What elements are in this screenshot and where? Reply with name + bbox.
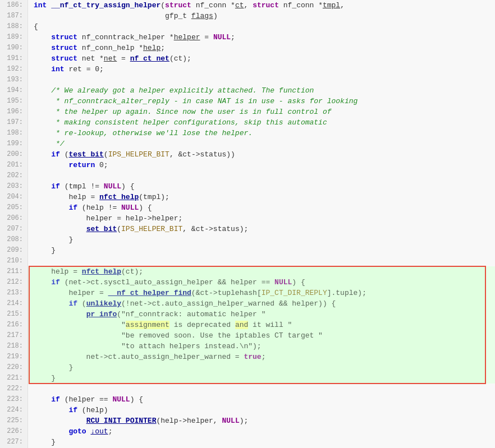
line-number: 226: xyxy=(0,426,28,437)
line-number: 219: xyxy=(0,352,28,362)
line-number: 210: xyxy=(0,256,28,266)
line-number: 218: xyxy=(0,341,28,352)
line-content: help = nfct_help(ct); xyxy=(28,266,495,277)
line-number: 220: xyxy=(0,362,28,373)
code-line: 196: * the helper up again. Since now th… xyxy=(0,107,495,117)
line-content: /* We already got a helper explicitly at… xyxy=(28,85,495,96)
line-number: 191: xyxy=(0,53,28,64)
line-number: 186: xyxy=(0,0,28,11)
code-line: 189: struct nf_conntrack_helper *helper … xyxy=(0,32,495,43)
line-content: help = nfct_help(tmpl); xyxy=(28,192,495,202)
line-content: if (net->ct.sysctl_auto_assign_helper &&… xyxy=(28,277,495,288)
line-content: { xyxy=(28,21,495,32)
line-content: */ xyxy=(28,138,495,149)
line-number: 222: xyxy=(0,384,28,394)
line-number: 207: xyxy=(0,224,28,234)
line-number: 192: xyxy=(0,64,28,75)
line-content: } xyxy=(28,362,495,373)
code-container: 186:int __nf_ct_try_assign_helper(struct… xyxy=(0,0,495,448)
line-content: "be removed soon. Use the iptables CT ta… xyxy=(28,330,495,341)
line-content: int __nf_ct_try_assign_helper(struct nf_… xyxy=(28,0,495,11)
line-number: 194: xyxy=(0,85,28,96)
code-line: 200: if (test_bit(IPS_HELPER_BIT, &ct->s… xyxy=(0,149,495,160)
line-content: struct net *net = nf_ct_net(ct); xyxy=(28,53,495,64)
code-line: 192: int ret = 0; xyxy=(0,64,495,75)
code-line: 210: xyxy=(0,256,495,266)
line-number: 203: xyxy=(0,181,28,192)
line-content: if (test_bit(IPS_HELPER_BIT, &ct->status… xyxy=(28,149,495,160)
line-number: 216: xyxy=(0,320,28,330)
line-number: 227: xyxy=(0,437,28,447)
code-line: 225: RCU_INIT_POINTER(help->helper, NULL… xyxy=(0,415,495,426)
line-content: int ret = 0; xyxy=(28,64,495,75)
line-number: 201: xyxy=(0,160,28,170)
code-line: 203: if (tmpl != NULL) { xyxy=(0,181,495,192)
line-number: 206: xyxy=(0,213,28,224)
line-content: if (help != NULL) { xyxy=(28,202,495,213)
line-content xyxy=(28,256,495,266)
code-line: 212: if (net->ct.sysctl_auto_assign_help… xyxy=(0,277,495,288)
line-number: 202: xyxy=(0,170,28,181)
line-content: pr_info("nf_conntrack: automatic helper … xyxy=(28,309,495,320)
line-number: 199: xyxy=(0,138,28,149)
line-number: 217: xyxy=(0,330,28,341)
line-content: * making consistent helper configuration… xyxy=(28,117,495,128)
code-line: 195: * nf_conntrack_alter_reply - in cas… xyxy=(0,96,495,107)
line-content: gfp_t flags) xyxy=(28,11,495,21)
line-number: 215: xyxy=(0,309,28,320)
line-number: 190: xyxy=(0,43,28,53)
line-content: struct nf_conn_help *help; xyxy=(28,43,495,53)
line-content: if (help) xyxy=(28,405,495,415)
line-content: if (unlikely(!net->ct.auto_assign_helper… xyxy=(28,298,495,309)
line-content: * re-lookup, otherwise we'll lose the he… xyxy=(28,128,495,138)
code-line: 186:int __nf_ct_try_assign_helper(struct… xyxy=(0,0,495,11)
line-content: helper = help->helper; xyxy=(28,213,495,224)
code-line: 222: xyxy=(0,384,495,394)
code-line: 198: * re-lookup, otherwise we'll lose t… xyxy=(0,128,495,138)
code-line: 193: xyxy=(0,75,495,85)
line-number: 193: xyxy=(0,75,28,85)
line-content: } xyxy=(28,437,495,447)
line-content: } xyxy=(28,234,495,245)
line-number: 188: xyxy=(0,21,28,32)
code-line: 199: */ xyxy=(0,138,495,149)
code-line: 187: gfp_t flags) xyxy=(0,11,495,21)
code-line: 220: } xyxy=(0,362,495,373)
line-content: } xyxy=(28,373,495,384)
code-line: 194: /* We already got a helper explicit… xyxy=(0,85,495,96)
line-number: 221: xyxy=(0,373,28,384)
line-content: RCU_INIT_POINTER(help->helper, NULL); xyxy=(28,415,495,426)
code-line: 206: helper = help->helper; xyxy=(0,213,495,224)
line-content: "assignment is deprecated and it will " xyxy=(28,320,495,330)
line-number: 224: xyxy=(0,405,28,415)
code-line: 218: "to attach helpers instead.\n"); xyxy=(0,341,495,352)
line-content: * nf_conntrack_alter_reply - in case NAT… xyxy=(28,96,495,107)
code-line: 202: xyxy=(0,170,495,181)
code-line: 209: } xyxy=(0,245,495,256)
code-line: 207: set_bit(IPS_HELPER_BIT, &ct->status… xyxy=(0,224,495,234)
line-number: 189: xyxy=(0,32,28,43)
line-number: 195: xyxy=(0,96,28,107)
line-number: 196: xyxy=(0,107,28,117)
line-content: return 0; xyxy=(28,160,495,170)
code-line: 197: * making consistent helper configur… xyxy=(0,117,495,128)
code-line: 188:{ xyxy=(0,21,495,32)
line-number: 187: xyxy=(0,11,28,21)
code-line: 201: return 0; xyxy=(0,160,495,170)
line-content: "to attach helpers instead.\n"); xyxy=(28,341,495,352)
code-line: 217: "be removed soon. Use the iptables … xyxy=(0,330,495,341)
line-number: 225: xyxy=(0,415,28,426)
line-content: * the helper up again. Since now the use… xyxy=(28,107,495,117)
code-line: 191: struct net *net = nf_ct_net(ct); xyxy=(0,53,495,64)
line-number: 204: xyxy=(0,192,28,202)
code-line: 224: if (help) xyxy=(0,405,495,415)
line-number: 209: xyxy=(0,245,28,256)
line-content: if (tmpl != NULL) { xyxy=(28,181,495,192)
code-line: 221: } xyxy=(0,373,495,384)
line-content: struct nf_conntrack_helper *helper = NUL… xyxy=(28,32,495,43)
code-line: 213: helper = __nf_ct_helper_find(&ct->t… xyxy=(0,288,495,298)
code-line: 190: struct nf_conn_help *help; xyxy=(0,43,495,53)
code-line: 223: if (helper == NULL) { xyxy=(0,394,495,405)
line-number: 205: xyxy=(0,202,28,213)
code-line: 215: pr_info("nf_conntrack: automatic he… xyxy=(0,309,495,320)
